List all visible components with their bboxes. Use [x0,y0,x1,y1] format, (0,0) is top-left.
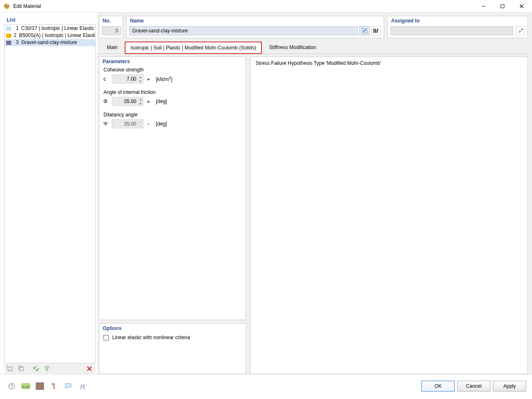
apply-button[interactable]: Apply [493,381,526,392]
angle-label: Angle of internal friction [103,89,241,95]
list-title: List [4,16,96,24]
title-bar: Edit Material [0,0,532,12]
minimize-button[interactable] [474,0,493,12]
info-panel: Stress Failure Hypothesis Type 'Modified… [250,57,528,374]
list-toolbar [4,363,96,374]
tab-stiffness-modification[interactable]: Stiffness Modification [264,42,321,54]
spin-down-icon[interactable]: ▼ [138,79,143,83]
cohesive-label: Cohesive strength [103,67,241,73]
angle-input[interactable] [112,97,138,106]
list-num: 3 [14,39,19,46]
list-num: 2 [14,32,17,39]
spin-up-icon[interactable]: ▲ [138,75,143,79]
svg-text:?: ? [10,384,13,389]
cohesive-symbol: c [103,76,109,82]
spin-up-icon[interactable]: ▲ [138,97,143,101]
help-button[interactable]: ? [6,381,17,392]
dropdown-icon[interactable]: ▸ [146,97,152,106]
parameters-title: Parameters [99,57,246,65]
close-window-button[interactable] [512,0,531,12]
svg-rect-20 [54,383,55,389]
options-title: Options [99,324,246,332]
model-info-button[interactable] [48,381,60,392]
color-swatch [6,34,11,38]
assigned-label: Assigned to [388,16,527,25]
assigned-field[interactable] [390,26,513,35]
linear-elastic-label: Linear elastic with nonlinear criteria [112,335,190,340]
filter-button[interactable] [42,364,52,373]
no-input[interactable] [102,26,121,35]
pick-assigned-button[interactable] [516,26,525,35]
list-num: 1 [14,25,19,32]
check-all-button[interactable] [31,364,42,373]
list-item[interactable]: 1 C30/37 | Isotropic | Linear Elastic [5,25,95,32]
color-swatch [6,27,11,31]
color-swatch-icon [36,382,44,390]
svg-rect-5 [8,367,12,371]
tab-bar: Main Isotropic | Soil | Plastic | Modifi… [99,42,528,54]
list-item[interactable]: 3 Gravel-sand-clay-mixture [5,39,95,46]
right-area: No. Name [97,12,532,374]
svg-text:0.00: 0.00 [22,385,29,389]
tab-main[interactable]: Main [101,42,123,54]
cancel-button[interactable]: Cancel [457,381,490,392]
svg-rect-11 [373,29,374,33]
info-text: Stress Failure Hypothesis Type 'Modified… [256,60,522,66]
edit-name-button[interactable] [360,26,369,35]
name-input[interactable] [129,26,358,35]
options-panel: Options Linear elastic with nonlinear cr… [99,323,246,374]
dropdown-icon[interactable]: ▸ [146,75,152,83]
svg-text:ƒξ: ƒξ [80,384,85,389]
color-swatch [6,41,11,45]
no-label: No. [99,16,123,25]
maximize-button[interactable] [493,0,512,12]
list-item-label: B500S(A) | Isotropic | Linear Elastic [19,32,96,39]
ok-button[interactable]: OK [421,381,455,392]
new-item-button[interactable] [5,364,16,373]
dilatancy-input [112,120,138,128]
list-item-label: C30/37 | Isotropic | Linear Elastic [21,25,94,32]
no-panel: No. [99,16,123,38]
angle-symbol: Φ [103,99,109,104]
spin-down-icon: ▼ [138,124,143,128]
list-item[interactable]: 2 B500S(A) | Isotropic | Linear Elastic [5,32,95,39]
left-sidebar: List 1 C30/37 | Isotropic | Linear Elast… [0,12,97,374]
spinner[interactable]: ▲▼ [138,97,143,106]
spin-down-icon[interactable]: ▼ [138,101,143,106]
svg-rect-12 [375,29,376,33]
function-button[interactable]: ƒξ [76,381,88,392]
name-label: Name [127,16,384,25]
dropdown-icon: ▸ [146,120,152,128]
cohesive-unit: [kN/m2] [156,76,172,82]
linear-elastic-checkbox[interactable] [103,335,109,340]
dilatancy-unit: [deg] [156,121,167,127]
svg-point-21 [52,383,53,385]
comment-button[interactable] [62,381,74,392]
window-title: Edit Material [13,3,41,9]
svg-rect-7 [20,367,23,371]
copy-item-button[interactable] [16,364,27,373]
spinner[interactable]: ▲▼ [138,75,143,83]
svg-rect-2 [501,5,504,8]
parameters-panel: Parameters Cohesive strength c ▲▼ ▸ [kN/… [99,57,246,320]
delete-item-button[interactable] [84,364,95,373]
dialog-footer: ? 0.00 ƒξ OK Cancel Apply [0,374,532,397]
color-button[interactable] [34,381,46,392]
svg-rect-13 [377,29,379,33]
dilatancy-symbol: Ψ [103,121,109,127]
material-list: 1 C30/37 | Isotropic | Linear Elastic 2 … [4,24,96,363]
dilatancy-label: Dilatancy angle [103,112,241,118]
list-item-label: Gravel-sand-clay-mixture [21,39,77,46]
spinner: ▲▼ [138,120,143,128]
tab-isotropic-soil-plastic[interactable]: Isotropic | Soil | Plastic | Modified Mo… [125,42,262,54]
library-button[interactable] [371,26,381,35]
assigned-panel: Assigned to [387,16,528,38]
app-icon [3,3,10,10]
spin-up-icon: ▲ [138,120,143,124]
name-panel: Name [126,16,384,38]
units-button[interactable]: 0.00 [20,381,32,392]
angle-unit: [deg] [156,99,167,104]
cohesive-input[interactable] [112,75,138,83]
